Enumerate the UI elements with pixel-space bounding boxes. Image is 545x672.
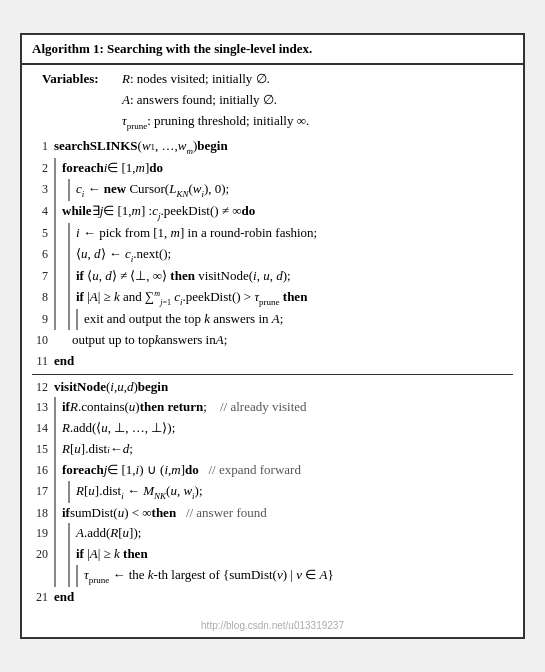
divider (32, 374, 513, 375)
line-2: 2 foreach i ∈ [1, m] do (32, 158, 513, 179)
footer: http://blog.csdn.net/u013319237 (22, 616, 523, 638)
line-9: 9 exit and output the top k answers in A… (32, 309, 513, 330)
var-a: A: answers found; initially ∅. (42, 90, 513, 111)
line-15: 15 R[u].disti ← d; (32, 439, 513, 460)
line-8: 8 if |A| ≥ k and ∑mj=1 ci.peekDist() > τ… (32, 287, 513, 309)
line-10: 10 output up to top k answers in A; (32, 330, 513, 351)
variables-header: Variables: R: nodes visited; initially ∅… (42, 69, 513, 90)
line-1: 1 searchSLINKS(w1, …, wm) begin (32, 136, 513, 158)
line-3: 3 ci ← new Cursor(LKN(wi), 0); (32, 179, 513, 201)
line-7: 7 if ⟨u, d⟩ ≠ ⟨⊥, ∞⟩ then visitNode(i, u… (32, 266, 513, 287)
line-21-tau: τprune ← the k-th largest of {sumDist(v)… (32, 565, 513, 587)
line-14: 14 R.add(⟨u, ⊥, …, ⊥⟩); (32, 418, 513, 439)
line-13: 13 if R.contains(u) then return; // alre… (32, 397, 513, 418)
line-6: 6 ⟨u, d⟩ ← ci.next(); (32, 244, 513, 266)
line-20: 20 if |A| ≥ k then (32, 544, 513, 565)
var-tau: τprune: pruning threshold; initially ∞. (42, 111, 513, 133)
algorithm-title: Algorithm 1: Searching with the single-l… (22, 35, 523, 65)
line-17: 17 R[u].disti ← MNK(u, wi); (32, 481, 513, 503)
line-4: 4 while ∃j ∈ [1, m] : cj.peekDist() ≠ ∞ … (32, 201, 513, 223)
algorithm-body: Variables: R: nodes visited; initially ∅… (22, 65, 523, 616)
line-5: 5 i ← pick from [1, m] in a round-robin … (32, 223, 513, 244)
line-18: 18 if sumDist(u) < ∞ then // answer foun… (32, 503, 513, 524)
line-12: 12 visitNode(i, u, d) begin (32, 377, 513, 398)
line-16: 16 foreach j ∈ [1, i) ∪ (i, m] do // exp… (32, 460, 513, 481)
line-19: 19 A.add(R[u]); (32, 523, 513, 544)
algorithm-box: Algorithm 1: Searching with the single-l… (20, 33, 525, 639)
line-11: 11 end (32, 351, 513, 372)
variables-section: Variables: R: nodes visited; initially ∅… (32, 69, 513, 133)
line-21-end: 21 end (32, 587, 513, 608)
